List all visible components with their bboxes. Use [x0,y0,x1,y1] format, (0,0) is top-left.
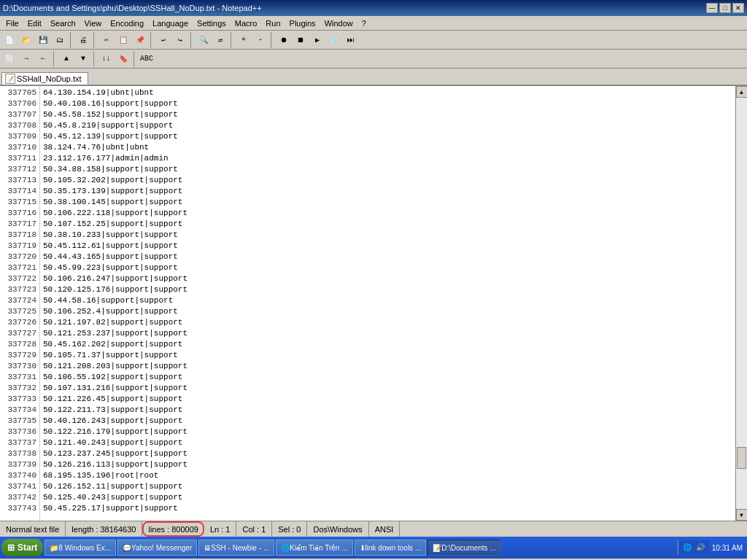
vertical-scrollbar[interactable]: ▲ ▼ [735,86,747,521]
status-bar: Normal text file length : 38164630 lines… [0,521,747,537]
close-button[interactable]: ✕ [732,3,744,13]
paste-button[interactable]: 📌 [132,32,148,48]
zoom-in-button[interactable]: + [236,32,252,48]
outdent-button[interactable]: ← [35,51,51,67]
scroll-track[interactable] [736,98,747,509]
scroll-down-button[interactable]: ▼ [736,509,748,521]
redo-button[interactable]: ↪ [172,32,188,48]
line-numbers: 3377053377063377073377083377093377103377… [0,86,40,521]
macro-run-button[interactable]: ⏭ [343,32,359,48]
line-number: 337724 [3,295,36,306]
copy-button[interactable]: 📋 [115,32,131,48]
taskbar-right: 🌐 🔊 10:31 AM [678,540,746,555]
tab-bar: 📝 SSHall_NoDup.txt [0,69,747,86]
status-length: length : 38164630 [66,521,142,537]
menu-run[interactable]: Run [261,16,285,30]
menu-settings[interactable]: Settings [193,16,231,30]
macro-save-button[interactable]: 💿 [326,32,342,48]
line-number: 337723 [3,284,36,295]
line-number: 337710 [3,142,36,153]
title-bar: D:\Documents and Settings\phu\Desktop\SS… [0,0,747,16]
editor-line: 50.44.58.16|support|support [43,295,732,306]
line-number: 337717 [3,219,36,230]
editor-line: 50.122.216.179|support|support [43,427,732,438]
taskbar-ssh[interactable]: 🖥 SSH - Newbie - ... [198,540,274,556]
spell-check-button[interactable]: ABC [139,51,155,67]
find-replace-button[interactable]: ⇌ [212,32,228,48]
systray: 🌐 🔊 [678,540,709,555]
taskbar-yahoo-messenger[interactable]: 💬 Yahoo! Messenger [117,540,197,556]
sep6 [271,32,274,48]
wrap-button[interactable]: ⬜ [1,51,18,67]
move-down-button[interactable]: ▼ [75,51,91,67]
line-number: 337743 [3,503,36,514]
line-number: 337706 [3,98,36,109]
menu-encoding[interactable]: Encoding [106,16,148,30]
menu-edit[interactable]: Edit [23,16,46,30]
cut-button[interactable]: ✂ [98,32,115,48]
new-file-button[interactable]: 📄 [1,32,18,48]
goto-button[interactable]: ↓↓ [98,51,115,67]
tab-file-icon: 📝 [5,74,15,84]
sep7 [53,51,56,67]
undo-button[interactable]: ↩ [155,32,171,48]
line-number: 337705 [3,88,36,98]
find-button[interactable]: 🔍 [196,32,212,48]
scroll-up-button[interactable]: ▲ [736,86,748,98]
menu-bar: File Edit Search View Encoding Language … [0,16,747,31]
minimize-button[interactable]: — [706,3,718,13]
line-number: 337718 [3,230,36,241]
line-number: 337708 [3,120,36,131]
line-number: 337735 [3,416,36,427]
line-number: 337713 [3,175,36,186]
editor-line: 50.45.12.139|support|support [43,131,732,142]
line-number: 337738 [3,448,36,459]
menu-view[interactable]: View [80,16,107,30]
macro-record-button[interactable]: ⏺ [276,32,292,48]
editor-line: 50.105.32.202|support|support [43,175,732,186]
menu-language[interactable]: Language [148,16,193,30]
menu-plugins[interactable]: Plugins [285,16,320,30]
zoom-out-button[interactable]: - [252,32,268,48]
editor-line: 50.40.126.243|support|support [43,416,732,427]
tray-volume-icon: 🔊 [694,542,706,553]
save-file-button[interactable]: 💾 [35,32,51,48]
sep3 [150,32,153,48]
editor-line: 68.195.135.196|root|root [43,470,732,481]
menu-file[interactable]: File [1,16,23,30]
macro-play-button[interactable]: ▶ [309,32,325,48]
line-number: 337732 [3,383,36,394]
taskbar-kiem-tien[interactable]: 🌐 Kiểm Tiền Trên ... [276,540,352,556]
editor-content[interactable]: 64.130.154.19|ubnt|ubnt50.40.108.16|supp… [40,86,735,521]
editor-line: 50.106.55.192|support|support [43,372,732,383]
save-all-button[interactable]: 🗂 [52,32,68,48]
sep9 [133,51,136,67]
print-button[interactable]: 🖨 [75,32,91,48]
tab-sshnoddup[interactable]: 📝 SSHall_NoDup.txt [1,72,88,85]
start-button[interactable]: ⊞ Start [1,539,43,556]
bookmark-button[interactable]: 🔖 [115,51,131,67]
yahoo-icon: 💬 [123,544,131,552]
notepad-icon: 📝 [433,544,441,552]
taskbar: ⊞ Start 📁 8 Windows Ex... 💬 Yahoo! Messe… [0,537,747,559]
menu-window[interactable]: Window [320,16,357,30]
editor-line: 50.123.237.245|support|support [43,448,732,459]
move-up-button[interactable]: ▲ [58,51,74,67]
maximize-button[interactable]: □ [719,3,731,13]
line-number: 337737 [3,438,36,448]
indent-button[interactable]: → [18,51,34,67]
taskbar-windows-explorer[interactable]: 📁 8 Windows Ex... [44,540,116,556]
menu-search[interactable]: Search [46,16,80,30]
taskbar-documents[interactable]: 📝 D:\Documents ... [427,540,500,556]
toolbar-main: 📄 📂 💾 🗂 🖨 ✂ 📋 📌 ↩ ↪ 🔍 ⇌ + - ⏺ ⏹ ▶ 💿 ⏭ [0,31,747,50]
menu-macro[interactable]: Macro [231,16,262,30]
line-number: 337725 [3,306,36,317]
scroll-thumb[interactable] [737,447,746,469]
macro-stop-button[interactable]: ⏹ [293,32,309,48]
menu-help[interactable]: ? [357,16,371,30]
line-number: 337729 [3,350,36,361]
taskbar-link-down[interactable]: ⬇ link down tools ... [355,540,427,556]
line-number: 337726 [3,317,36,328]
editor-line: 50.106.216.247|support|support [43,273,732,284]
open-file-button[interactable]: 📂 [18,32,34,48]
